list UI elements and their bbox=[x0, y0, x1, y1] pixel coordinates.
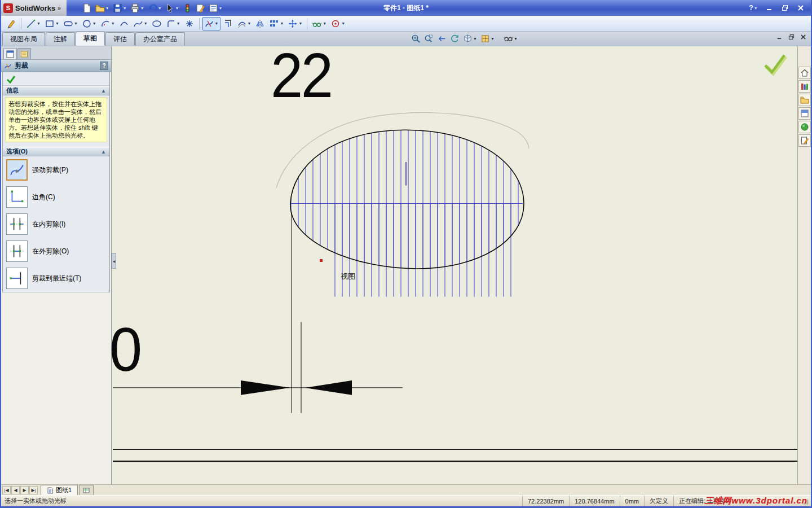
help-dropdown-icon[interactable]: ▼ bbox=[754, 6, 758, 10]
option-power-trim[interactable]: 强劲剪裁(P) bbox=[3, 156, 109, 183]
display-relations-tool-icon[interactable]: ▼ bbox=[310, 17, 328, 30]
tab-sketch[interactable]: 草图 bbox=[76, 32, 105, 46]
view-label[interactable]: 视图 bbox=[341, 271, 355, 282]
slot-tool-icon[interactable]: ▼ bbox=[61, 17, 80, 30]
last-sheet-button[interactable]: ▶| bbox=[29, 486, 38, 494]
appearance-tab[interactable] bbox=[17, 48, 31, 59]
offset-dropdown-icon[interactable]: ▼ bbox=[248, 21, 251, 25]
zoom-to-fit-icon[interactable] bbox=[411, 33, 421, 44]
dimension-value-top[interactable]: 22 bbox=[271, 46, 331, 107]
previous-view-icon[interactable] bbox=[436, 33, 447, 44]
quick-snaps-tool-icon[interactable]: ▼ bbox=[329, 17, 347, 30]
trim-dropdown-icon[interactable]: ▼ bbox=[215, 21, 219, 25]
tab-view-layout[interactable]: 视图布局 bbox=[2, 32, 45, 46]
mirror-entities-tool-icon[interactable] bbox=[253, 17, 267, 30]
tab-annotation[interactable]: 注解 bbox=[46, 32, 75, 46]
linear-pattern-tool-icon[interactable]: ▼ bbox=[267, 17, 285, 30]
property-manager-help-button[interactable]: ? bbox=[100, 62, 108, 70]
undo-button[interactable]: ▼ bbox=[147, 2, 163, 14]
ellipse-tool-icon[interactable] bbox=[150, 17, 164, 30]
fillet-dropdown-icon[interactable]: ▼ bbox=[176, 21, 180, 25]
rebuild-button[interactable] bbox=[182, 2, 193, 14]
previous-sheet-button[interactable]: ◀ bbox=[11, 486, 20, 494]
print-button[interactable]: ▼ bbox=[129, 2, 145, 14]
add-sheet-tab[interactable] bbox=[79, 485, 94, 495]
option-trim-to-closest[interactable]: 剪裁到最近端(T) bbox=[3, 265, 109, 292]
file-explorer-icon[interactable] bbox=[798, 94, 811, 106]
tangent-arc-tool-icon[interactable] bbox=[117, 17, 131, 30]
restore-button[interactable] bbox=[778, 3, 792, 13]
first-sheet-button[interactable]: |◀ bbox=[2, 486, 11, 494]
property-manager-tab[interactable] bbox=[3, 48, 17, 59]
new-document-button[interactable] bbox=[81, 2, 93, 14]
drawing-canvas[interactable] bbox=[112, 46, 797, 484]
design-table-dropdown-icon[interactable]: ▼ bbox=[219, 6, 223, 10]
appearances-scenes-icon[interactable] bbox=[798, 121, 811, 133]
select-dropdown-icon[interactable]: ▼ bbox=[175, 6, 179, 10]
spline-tool-icon[interactable]: ▼ bbox=[131, 17, 149, 30]
move-entities-tool-icon[interactable]: ▼ bbox=[286, 17, 304, 30]
slot-dropdown-icon[interactable]: ▼ bbox=[74, 21, 78, 25]
fillet-tool-icon[interactable]: ▼ bbox=[164, 17, 182, 30]
snaps-dropdown-icon[interactable]: ▼ bbox=[341, 21, 345, 25]
display-style-dropdown-icon[interactable]: ▼ bbox=[491, 37, 495, 41]
view-orientation-icon[interactable]: ▼ bbox=[462, 33, 478, 44]
collapse-chevron-icon[interactable]: ▲ bbox=[101, 149, 106, 155]
close-button[interactable] bbox=[794, 3, 807, 13]
pattern-dropdown-icon[interactable]: ▼ bbox=[280, 21, 284, 25]
edit-sketch-button[interactable] bbox=[195, 2, 206, 14]
open-dropdown-icon[interactable]: ▼ bbox=[105, 6, 109, 10]
options-section-header[interactable]: 选项(O) ▲ bbox=[3, 147, 109, 156]
point-tool-icon[interactable] bbox=[183, 17, 196, 30]
tab-evaluate[interactable]: 评估 bbox=[105, 32, 135, 46]
offset-entities-tool-icon[interactable]: ▼ bbox=[235, 17, 253, 30]
help-button[interactable]: ?▼ bbox=[747, 3, 760, 13]
line-tool-icon[interactable]: ▼ bbox=[24, 17, 42, 30]
tab-office-products[interactable]: 办公室产品 bbox=[135, 32, 185, 46]
save-button[interactable]: ▼ bbox=[112, 2, 128, 14]
save-dropdown-icon[interactable]: ▼ bbox=[123, 6, 127, 10]
relations-dropdown-icon[interactable]: ▼ bbox=[323, 21, 326, 25]
undo-dropdown-icon[interactable]: ▼ bbox=[158, 6, 162, 10]
view-settings-dropdown-icon[interactable]: ▼ bbox=[514, 37, 518, 41]
circle-tool-icon[interactable]: ▼ bbox=[80, 17, 98, 30]
arc-tool-icon[interactable]: ▼ bbox=[99, 17, 117, 30]
info-section-header[interactable]: 信息 ▲ bbox=[3, 86, 109, 95]
power-trim-icon[interactable] bbox=[6, 159, 28, 181]
solidworks-menu-button[interactable]: S SolidWorks » bbox=[1, 0, 67, 16]
section-hatch-extension[interactable] bbox=[331, 204, 514, 297]
orientation-dropdown-icon[interactable]: ▼ bbox=[473, 37, 477, 41]
print-dropdown-icon[interactable]: ▼ bbox=[140, 6, 144, 10]
doc-close-button[interactable] bbox=[800, 34, 806, 40]
trim-entities-tool-icon[interactable]: ▼ bbox=[202, 17, 220, 30]
select-button[interactable]: ▼ bbox=[164, 2, 180, 14]
panel-splitter-handle[interactable]: ◀ bbox=[112, 253, 116, 269]
corner-trim-icon[interactable] bbox=[6, 186, 28, 208]
collapse-chevron-icon[interactable]: ▲ bbox=[101, 88, 106, 94]
dimension-arrow-left[interactable] bbox=[241, 380, 290, 395]
design-table-button[interactable]: ▼ bbox=[208, 2, 224, 14]
view-palette-icon[interactable] bbox=[798, 107, 811, 120]
dimension-value-left[interactable]: 0 bbox=[112, 318, 142, 380]
doc-restore-button[interactable] bbox=[788, 34, 795, 40]
zoom-to-area-icon[interactable] bbox=[423, 33, 434, 44]
circle-dropdown-icon[interactable]: ▼ bbox=[92, 21, 96, 25]
drawing-viewport[interactable]: 22 0 视图 ◀ bbox=[112, 46, 797, 484]
solidworks-resources-icon[interactable] bbox=[798, 67, 811, 79]
trim-outside-icon[interactable] bbox=[6, 240, 28, 262]
custom-properties-icon[interactable] bbox=[798, 134, 811, 147]
sketch-tool-icon[interactable] bbox=[5, 17, 18, 30]
dimension-arrow-right[interactable] bbox=[305, 380, 352, 395]
rectangle-tool-icon[interactable]: ▼ bbox=[43, 17, 61, 30]
convert-entities-tool-icon[interactable] bbox=[221, 17, 235, 30]
arc-dropdown-icon[interactable]: ▼ bbox=[111, 21, 115, 25]
rotate-view-icon[interactable] bbox=[449, 33, 460, 44]
option-trim-outside[interactable]: 在外剪除(O) bbox=[3, 238, 109, 265]
rectangle-dropdown-icon[interactable]: ▼ bbox=[55, 21, 59, 25]
open-button[interactable]: ▼ bbox=[94, 2, 111, 14]
trim-inside-icon[interactable] bbox=[6, 213, 28, 235]
minimize-button[interactable] bbox=[762, 3, 776, 13]
next-sheet-button[interactable]: ▶ bbox=[20, 486, 29, 494]
trim-to-closest-icon[interactable] bbox=[6, 268, 28, 289]
move-dropdown-icon[interactable]: ▼ bbox=[298, 21, 302, 25]
